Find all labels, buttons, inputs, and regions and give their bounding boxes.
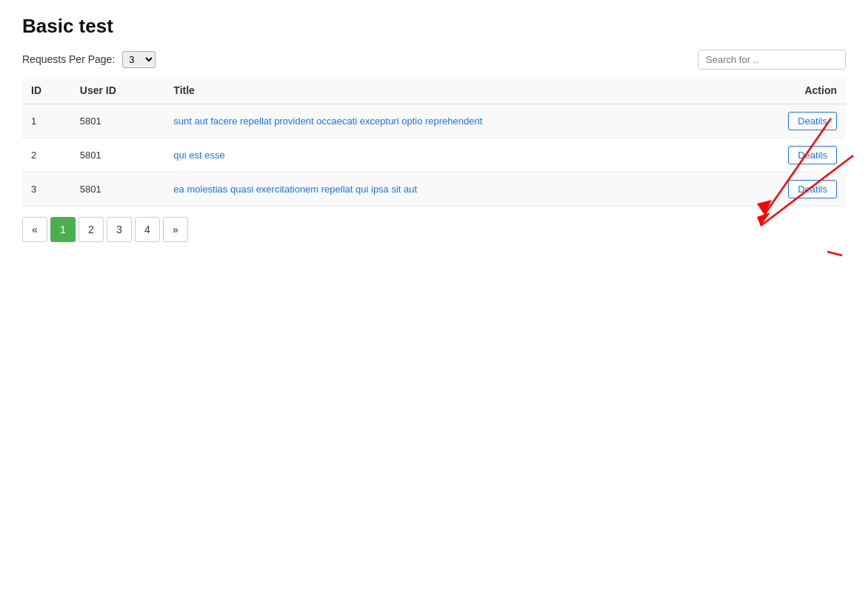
cell-title: qui est esse: [164, 138, 730, 172]
cell-action: Deatils: [730, 104, 846, 138]
table-row: 3 5801 ea molestias quasi exercitationem…: [22, 172, 846, 207]
pagination-next[interactable]: »: [163, 217, 188, 242]
title-link[interactable]: sunt aut facere repellat provident occae…: [173, 115, 482, 127]
main-table: ID User ID Title Action 1 5801 sunt aut …: [22, 77, 846, 207]
table-row: 1 5801 sunt aut facere repellat providen…: [22, 104, 846, 138]
per-page-label: Requests Per Page:: [22, 53, 115, 65]
col-header-id: ID: [22, 77, 71, 104]
cell-id: 1: [22, 104, 71, 138]
cell-action: Deatils: [730, 172, 846, 207]
details-button-3[interactable]: Deatils: [788, 180, 837, 198]
details-button-1[interactable]: Deatils: [788, 112, 837, 130]
cell-action: Deatils: [730, 138, 846, 172]
cell-userid: 5801: [71, 138, 165, 172]
cell-userid: 5801: [71, 104, 165, 138]
pagination-prev[interactable]: «: [22, 217, 47, 242]
cell-title: sunt aut facere repellat provident occae…: [164, 104, 730, 138]
per-page-control: Requests Per Page: 3 5 10 25: [22, 51, 156, 68]
cell-id: 3: [22, 172, 71, 207]
page-title: Basic test: [22, 15, 846, 38]
title-link[interactable]: qui est esse: [173, 150, 224, 161]
table-header-row: ID User ID Title Action: [22, 77, 846, 104]
cell-title: ea molestias quasi exercitationem repell…: [164, 172, 730, 207]
pagination-page-2[interactable]: 2: [79, 217, 104, 242]
col-header-title: Title: [164, 77, 730, 104]
pagination-page-4[interactable]: 4: [135, 217, 160, 242]
table-row: 2 5801 qui est esse Deatils: [22, 138, 846, 172]
details-button-2[interactable]: Deatils: [788, 146, 837, 164]
cell-userid: 5801: [71, 172, 165, 207]
col-header-action: Action: [730, 77, 846, 104]
cell-id: 2: [22, 138, 71, 172]
title-link[interactable]: ea molestias quasi exercitationem repell…: [173, 184, 417, 195]
pagination: « 1 2 3 4 »: [22, 217, 846, 242]
pagination-page-3[interactable]: 3: [107, 217, 132, 242]
col-header-userid: User ID: [71, 77, 165, 104]
top-bar: Requests Per Page: 3 5 10 25: [22, 50, 846, 70]
svg-line-4: [827, 252, 842, 255]
pagination-page-1[interactable]: 1: [50, 217, 76, 242]
search-input[interactable]: [698, 50, 846, 70]
per-page-select[interactable]: 3 5 10 25: [122, 51, 156, 68]
